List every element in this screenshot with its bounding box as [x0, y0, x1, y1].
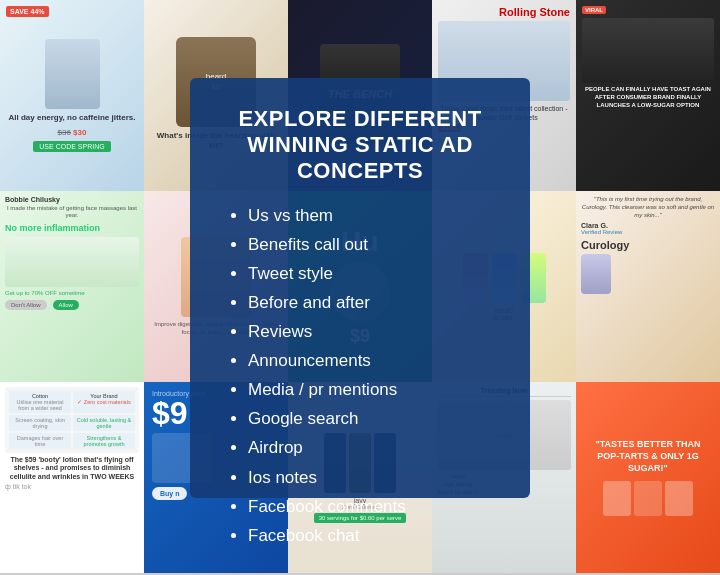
overlay-list-item: Ios notes [248, 467, 494, 489]
save-badge: SAVE 44% [6, 6, 49, 17]
overlay-list-item: Benefits call out [248, 234, 494, 256]
overlay-list-item: Before and after [248, 292, 494, 314]
overlay-panel: EXPLORE DIFFERENT WINNING STATIC AD CONC… [190, 78, 530, 498]
overlay-list-item: Google search [248, 408, 494, 430]
ad-card-viral-food: VIRAL PEOPLE CAN FINALLY HAVE TOAST AGAI… [576, 0, 720, 191]
ad-card-booty-lotion: CottonUtilise one material from a wider … [0, 382, 144, 573]
ad-card-curology: "This is my first time trying out the br… [576, 191, 720, 382]
overlay-list-item: Media / pr mentions [248, 379, 494, 401]
overlay-list-item: Facebook chat [248, 525, 494, 547]
overlay-list: Us vs themBenefits call outTweet styleBe… [226, 205, 494, 554]
overlay-list-item: Tweet style [248, 263, 494, 285]
overlay-list-item: Airdrop [248, 437, 494, 459]
overlay-list-item: Facebook comments [248, 496, 494, 518]
overlay-title: EXPLORE DIFFERENT WINNING STATIC AD CONC… [226, 106, 494, 185]
overlay-list-item: Us vs them [248, 205, 494, 227]
ad-card-supplement: SAVE 44% All day energy, no caffeine jit… [0, 0, 144, 191]
ad-card-inflammation: Bobbie Chilusky I made the mistake of ge… [0, 191, 144, 382]
ad-card-poptarts: "TASTES BETTER THAN POP-TARTS & ONLY 1G … [576, 382, 720, 573]
overlay-list-item: Announcements [248, 350, 494, 372]
card-title: All day energy, no caffeine jitters. [9, 113, 136, 123]
overlay-list-item: Reviews [248, 321, 494, 343]
